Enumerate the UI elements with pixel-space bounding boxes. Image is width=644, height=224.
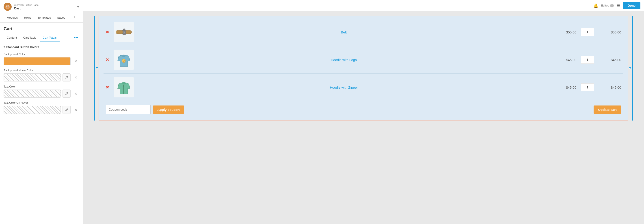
background-hover-color-field: ✕ [4, 73, 79, 82]
standard-button-colors-section[interactable]: ▾ Standard Button Colors [0, 42, 83, 51]
remove-hoodie-logo-button[interactable]: ✖ [106, 57, 109, 62]
hamburger-menu-icon[interactable]: ☰ [616, 3, 620, 8]
text-color-swatch-fill [4, 90, 60, 97]
done-button[interactable]: Done [623, 2, 640, 9]
text-color-label: Text Color [4, 85, 79, 88]
page-name-label: Cart [14, 6, 38, 10]
beaver-logo-icon [4, 3, 12, 11]
sidebar-header-text: Currently Editing Page Cart [14, 4, 38, 10]
hoodie-zipper-product-image [114, 77, 134, 97]
background-color-label: Background Color [4, 53, 79, 56]
belt-image-icon [115, 26, 133, 38]
svg-rect-6 [7, 8, 8, 8]
text-color-hover-label: Text Color On Hover [4, 101, 79, 104]
table-row: ✖ Hoodie with Logo $45.00 $45.00 [104, 46, 624, 74]
svg-point-13 [122, 59, 126, 63]
hoodie-logo-qty-input[interactable] [581, 56, 594, 64]
hoodie-zipper-product-name[interactable]: Hoodie with Zipper [138, 86, 550, 89]
svg-point-1 [6, 5, 10, 9]
svg-point-10 [124, 32, 125, 33]
belt-product-image [114, 22, 134, 42]
tab-rows[interactable]: Rows [21, 13, 34, 23]
sub-tab-cart-totals[interactable]: Cart Totals [40, 34, 60, 42]
left-resize-circle[interactable] [96, 67, 98, 69]
notification-bell-icon[interactable]: 🔔 [593, 3, 598, 8]
svg-rect-16 [123, 85, 124, 87]
background-color-field-group: Background Color ✕ [0, 51, 83, 67]
hoodie-zipper-product-price: $45.00 [554, 86, 576, 89]
background-hover-color-label: Background Hover Color [4, 69, 79, 72]
text-color-swatch[interactable] [4, 90, 61, 98]
background-hover-color-clear-button[interactable]: ✕ [72, 74, 79, 81]
remove-hoodie-zipper-button[interactable]: ✖ [106, 85, 109, 90]
edited-label: Edited [601, 4, 609, 7]
hoodie-zipper-product-total: $45.00 [599, 86, 621, 89]
coupon-code-input[interactable] [106, 105, 150, 114]
coupon-row: Apply coupon Update cart [104, 101, 624, 116]
text-color-clear-button[interactable]: ✕ [72, 90, 79, 97]
background-hover-color-swatch-fill [4, 74, 60, 81]
remove-belt-button[interactable]: ✖ [106, 30, 109, 35]
help-icon[interactable]: ? [610, 4, 614, 8]
cart-section-title: Cart [0, 23, 83, 34]
canvas-inner: ✖ Belt $55.00 [83, 11, 644, 224]
text-color-field: ✕ [4, 90, 79, 98]
svg-rect-9 [124, 29, 125, 31]
section-title-label: Standard Button Colors [6, 45, 39, 49]
text-color-field-group: Text Color ✕ [0, 83, 83, 99]
chevron-down-icon[interactable]: ▾ [77, 4, 79, 9]
hoodie-logo-image-icon [116, 51, 131, 69]
sub-tabs: Content Cart Table Cart Totals ••• [0, 34, 83, 42]
text-color-hover-swatch-fill [4, 106, 60, 114]
sidebar-drag-indicator: └┘ [72, 13, 79, 23]
left-resize-handle[interactable] [94, 16, 95, 121]
background-hover-color-swatch[interactable] [4, 73, 61, 82]
tab-saved[interactable]: Saved [54, 13, 68, 23]
tab-templates[interactable]: Templates [34, 13, 54, 23]
edited-status: Edited ? [601, 4, 614, 8]
table-row: ✖ Belt $55.00 [104, 19, 624, 46]
hoodie-zipper-image-icon [116, 78, 131, 96]
apply-coupon-button[interactable]: Apply coupon [153, 105, 184, 114]
update-cart-button[interactable]: Update cart [594, 105, 621, 114]
sidebar: Currently Editing Page Cart ▾ Modules Ro… [0, 0, 83, 224]
background-color-swatch-fill [4, 58, 70, 65]
sub-tab-content[interactable]: Content [4, 34, 20, 42]
belt-product-price: $55.00 [554, 30, 576, 34]
background-color-clear-button[interactable]: ✕ [72, 58, 79, 65]
text-color-hover-eyedropper-button[interactable] [62, 106, 70, 114]
background-color-swatch[interactable] [4, 57, 70, 65]
right-resize-handle[interactable] [632, 16, 633, 121]
nav-tabs: Modules Rows Templates Saved └┘ [0, 13, 83, 23]
text-color-hover-swatch[interactable] [4, 106, 61, 114]
text-color-hover-clear-button[interactable]: ✕ [72, 106, 79, 113]
belt-product-name[interactable]: Belt [138, 30, 550, 34]
sub-tab-more-button[interactable]: ••• [73, 34, 79, 42]
cart-table-container: ✖ Belt $55.00 [98, 16, 628, 121]
sidebar-resize-handle[interactable] [82, 0, 83, 224]
right-resize-circle[interactable] [629, 67, 631, 69]
table-row: ✖ Hoodie with Zipper $45.00 [104, 74, 624, 101]
main-canvas: ✖ Belt $55.00 [83, 11, 644, 224]
svg-rect-11 [116, 31, 123, 33]
sub-tab-cart-table[interactable]: Cart Table [20, 34, 40, 42]
belt-qty-input[interactable] [581, 28, 594, 36]
svg-point-5 [8, 6, 9, 6]
topbar: 🔔 Edited ? ☰ Done [83, 0, 644, 11]
hoodie-logo-product-image [114, 50, 134, 70]
hoodie-logo-product-name[interactable]: Hoodie with Logo [138, 58, 550, 62]
cart-section: ✖ Belt $55.00 [92, 16, 635, 121]
tab-modules[interactable]: Modules [4, 13, 21, 23]
text-color-hover-field: ✕ [4, 106, 79, 114]
hoodie-zipper-qty-input[interactable] [581, 83, 594, 91]
background-hover-eyedropper-button[interactable] [62, 73, 70, 82]
sidebar-header: Currently Editing Page Cart ▾ [0, 0, 83, 13]
hoodie-logo-product-total: $45.00 [599, 58, 621, 62]
belt-product-total: $55.00 [599, 30, 621, 34]
currently-editing-label: Currently Editing Page [14, 4, 38, 6]
background-hover-color-field-group: Background Hover Color ✕ [0, 67, 83, 83]
coupon-left: Apply coupon [106, 105, 184, 114]
text-color-hover-field-group: Text Color On Hover ✕ [0, 99, 83, 116]
text-color-eyedropper-button[interactable] [62, 90, 70, 98]
sidebar-header-left: Currently Editing Page Cart [4, 3, 38, 11]
